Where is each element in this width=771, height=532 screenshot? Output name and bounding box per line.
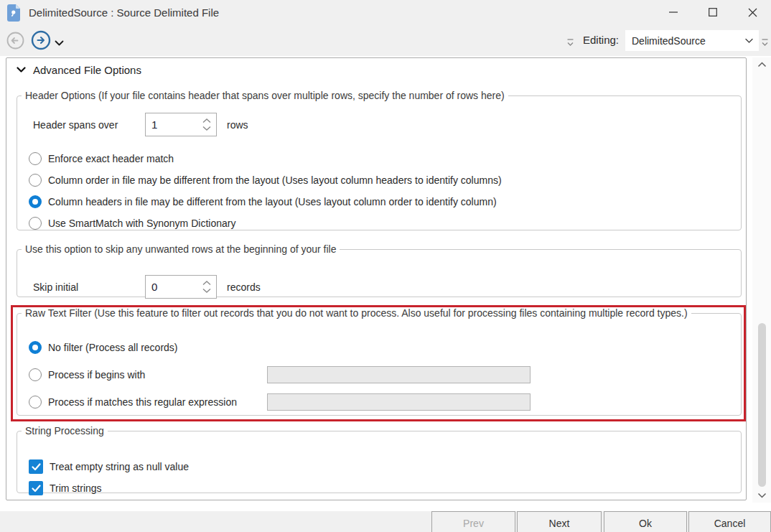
section-collapse-chevron-icon [17,63,26,76]
window-chrome: DelimitedSource : Source Delimited File [0,0,771,56]
header-spans-spinner [145,113,217,136]
advanced-file-options-header[interactable]: Advanced File Options [17,61,141,78]
begins-with-input [267,366,531,383]
records-suffix-label: records [227,281,261,293]
radio-no-filter[interactable]: No filter (Process all records) [29,339,178,356]
radio-icon [29,174,42,187]
delimited-file-icon [6,4,20,24]
skip-initial-label: Skip initial [33,281,78,293]
scrollbar-thumb[interactable] [758,323,766,487]
close-button[interactable] [737,0,768,24]
back-icon [6,32,24,52]
checkbox-empty-string-null[interactable]: Treat empty string as null value [29,458,189,475]
spinner-arrows [197,276,216,298]
skip-initial-spinner [145,275,217,299]
radio-process-if-begins-with[interactable]: Process if begins with [29,366,145,383]
checked-checkbox-icon [29,459,43,474]
skip-initial-input[interactable] [146,276,197,298]
section-title: Advanced File Options [33,64,141,76]
radio-column-headers-different[interactable]: Column headers in file may be different … [29,193,497,210]
radio-enforce-exact-header-match[interactable]: Enforce exact header match [29,150,174,167]
raw-text-filter-legend: Raw Text Filter (Use this feature to fil… [22,307,691,319]
toolbar-overflow-icon[interactable] [566,37,574,50]
forward-icon[interactable] [31,30,51,53]
header-spans-input[interactable] [146,113,197,136]
nav-dropdown-chevron-icon[interactable] [55,37,64,50]
header-options-legend: Header Options (If your file contains he… [22,90,508,101]
spinner-arrows [197,113,216,136]
toolbar: Editing: DelimitedSource [0,26,771,56]
spinner-up-icon[interactable] [202,281,211,286]
radio-icon [29,368,42,381]
editing-object-value: DelimitedSource [625,35,745,47]
scroll-up-icon[interactable] [752,57,771,72]
editing-object-dropdown[interactable]: DelimitedSource [625,30,759,51]
rows-suffix-label: rows [227,119,248,131]
regex-input [267,393,531,411]
checked-checkbox-icon [29,481,43,495]
raw-text-filter-group: Raw Text Filter (Use this feature to fil… [17,307,742,416]
radio-selected-icon [29,341,42,354]
minimize-button[interactable] [658,0,689,24]
prev-button: Prev [431,511,515,532]
titlebar: DelimitedSource : Source Delimited File [0,0,771,26]
next-button[interactable]: Next [517,511,602,532]
window-title: DelimitedSource : Source Delimited File [29,0,219,26]
footer-bar: Prev Next Ok Cancel [0,511,771,532]
skip-rows-group: Use this option to skip any unwanted row… [17,243,742,297]
radio-column-order-different[interactable]: Column order in file may be different fr… [29,172,502,189]
radio-process-if-regex[interactable]: Process if matches this regular expressi… [29,393,237,411]
maximize-button[interactable] [697,0,729,24]
spinner-up-icon[interactable] [202,118,211,123]
properties-panel: Advanced File Options Header Options (If… [6,57,747,500]
toolbar-overflow-icon[interactable] [761,37,769,50]
radio-icon [29,217,42,230]
skip-rows-legend: Use this option to skip any unwanted row… [22,243,340,255]
editing-label: Editing: [583,26,619,56]
radio-icon [29,152,42,165]
radio-selected-icon [29,195,42,208]
chevron-down-icon [745,38,759,44]
string-processing-legend: String Processing [22,425,108,437]
header-options-group: Header Options (If your file contains he… [17,90,742,230]
checkbox-trim-strings[interactable]: Trim strings [29,480,102,497]
radio-smartmatch-synonym[interactable]: Use SmartMatch with Synonym Dictionary [29,215,235,232]
vertical-scrollbar[interactable] [752,57,771,503]
radio-icon [29,396,42,409]
header-spans-label: Header spans over [33,119,118,131]
ok-button[interactable]: Ok [604,511,687,532]
scroll-down-icon[interactable] [752,488,771,503]
spinner-down-icon[interactable] [202,288,211,293]
delimited-source-dialog: DelimitedSource : Source Delimited File [0,0,771,532]
cancel-button[interactable]: Cancel [688,511,771,532]
string-processing-group: String Processing Treat empty string as … [17,425,742,493]
spinner-down-icon[interactable] [202,126,211,131]
